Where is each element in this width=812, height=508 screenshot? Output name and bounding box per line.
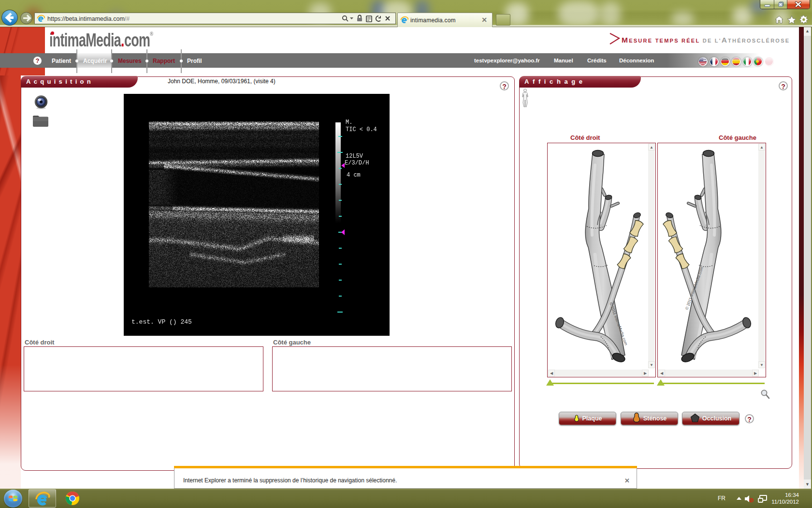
svg-text:t.est. VP () 245: t.est. VP () 245 [131, 318, 192, 326]
svg-text:TIC < 0.4: TIC < 0.4 [346, 126, 377, 133]
svg-text:4 cm: 4 cm [347, 172, 361, 179]
svg-text:E/3/D/H: E/3/D/H [345, 160, 369, 166]
svg-text:M.: M. [346, 119, 352, 126]
svg-text:12L5V: 12L5V [346, 153, 363, 160]
